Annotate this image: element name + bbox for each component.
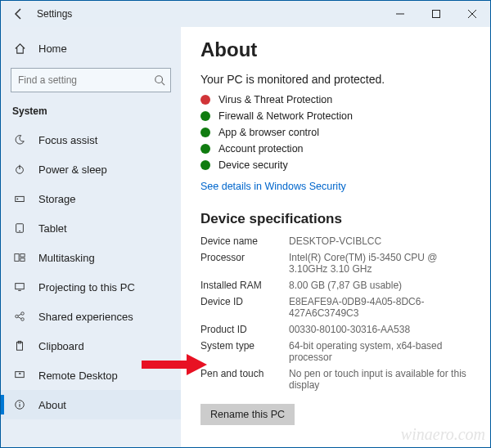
search-box[interactable] [11,68,171,92]
minimize-button[interactable] [382,1,418,27]
status-list: Virus & Threat ProtectionFirewall & Netw… [200,94,474,171]
svg-rect-14 [20,258,25,262]
status-dot-icon [200,144,210,154]
svg-point-16 [16,315,19,318]
sidebar-item-label: Shared experiences [38,311,133,323]
titlebar: Settings [1,1,490,27]
status-row: App & browser control [200,127,474,138]
sidebar-item-label: Storage [38,193,76,205]
sidebar-nav: Focus assist Power & sleep Storage Table… [1,125,181,448]
project-icon [12,281,27,293]
svg-line-19 [18,314,21,316]
close-icon [468,10,476,18]
svg-point-18 [21,318,25,321]
svg-rect-1 [433,11,440,18]
spec-value: 64-bit operating system, x64-based proce… [289,340,474,363]
spec-value: Intel(R) Core(TM) i5-3450 CPU @ 3.10GHz … [289,252,474,275]
spec-row: Device IDE8EAFE9A-0DB9-4A05-8DC6-427A6C3… [200,296,474,319]
back-button[interactable] [1,1,37,27]
home-icon [12,43,27,55]
info-icon [12,399,27,410]
sidebar-item-power-sleep[interactable]: Power & sleep [1,155,181,184]
svg-line-5 [162,83,165,86]
protection-subtitle: Your PC is monitored and protected. [200,73,474,86]
spec-row: Pen and touchNo pen or touch input is av… [200,368,474,391]
svg-rect-15 [16,284,25,289]
spec-key: Device ID [200,296,289,319]
status-dot-icon [200,160,210,170]
maximize-icon [432,10,440,18]
sidebar-item-label: Projecting to this PC [38,281,135,293]
spec-row: ProcessorIntel(R) Core(TM) i5-3450 CPU @… [200,252,474,275]
sidebar-item-projecting[interactable]: Projecting to this PC [1,272,181,302]
tablet-icon [12,222,27,234]
spec-value: 00330-80100-30316-AA538 [289,324,474,335]
sidebar-item-clipboard[interactable]: Clipboard [1,331,181,361]
spec-value: No pen or touch input is available for t… [289,368,474,391]
sidebar-item-label: Home [38,43,67,55]
spec-value: E8EAFE9A-0DB9-4A05-8DC6-427A6C3749C3 [289,296,474,319]
status-row: Virus & Threat Protection [200,94,474,105]
sidebar-item-label: About [38,399,66,411]
sidebar-item-label: Tablet [38,222,67,235]
status-dot-icon [200,128,210,137]
device-spec-table: Device nameDESKTOP-VCIBLCCProcessorIntel… [200,235,474,391]
sidebar: Home System Focus assist Power & sleep S… [1,27,181,448]
main-content: About Your PC is monitored and protected… [181,27,490,448]
spec-value: DESKTOP-VCIBLCC [289,235,474,247]
power-icon [12,164,27,175]
spec-key: Pen and touch [200,368,289,391]
spec-key: System type [200,340,289,363]
sidebar-item-remote-desktop[interactable]: Remote Desktop [1,361,181,390]
status-label: Device security [218,159,288,171]
svg-point-4 [155,76,163,83]
sidebar-item-label: Power & sleep [38,164,107,176]
sidebar-item-multitasking[interactable]: Multitasking [1,243,181,272]
search-input[interactable] [11,74,149,86]
svg-point-17 [21,312,25,316]
maximize-button[interactable] [418,1,454,27]
sidebar-group-title: System [1,99,181,125]
svg-rect-8 [16,196,25,201]
multitask-icon [12,252,27,263]
spec-key: Processor [200,252,289,275]
search-icon [149,74,170,86]
watermark: winaero.com [401,425,485,444]
status-label: Firewall & Network Protection [218,110,353,122]
clipboard-icon [12,340,27,352]
svg-line-20 [18,317,21,319]
sidebar-item-focus-assist[interactable]: Focus assist [1,125,181,155]
sidebar-item-label: Remote Desktop [38,370,118,382]
spec-row: Device nameDESKTOP-VCIBLCC [200,235,474,247]
svg-rect-13 [20,254,25,258]
minimize-icon [396,10,404,18]
device-spec-title: Device specifications [200,211,474,227]
spec-key: Product ID [200,324,289,335]
status-row: Device security [200,159,474,171]
sidebar-item-home[interactable]: Home [1,34,181,63]
spec-value: 8.00 GB (7,87 GB usable) [289,280,474,291]
spec-row: System type64-bit operating system, x64-… [200,340,474,363]
status-label: Account protection [218,143,304,155]
status-row: Firewall & Network Protection [200,110,474,122]
rename-pc-button[interactable]: Rename this PC [200,404,295,425]
sidebar-item-shared[interactable]: Shared experiences [1,302,181,331]
security-link[interactable]: See details in Windows Security [200,181,346,192]
spec-key: Installed RAM [200,280,289,291]
sidebar-item-label: Focus assist [38,134,97,146]
status-dot-icon [200,95,210,105]
spec-row: Product ID00330-80100-30316-AA538 [200,324,474,335]
sidebar-item-label: Multitasking [38,252,95,264]
svg-point-9 [17,199,19,200]
close-button[interactable] [454,1,490,27]
storage-icon [12,193,27,204]
status-label: App & browser control [218,127,319,138]
sidebar-item-storage[interactable]: Storage [1,184,181,213]
arrow-left-icon [12,7,25,20]
status-dot-icon [200,111,210,121]
sidebar-item-tablet[interactable]: Tablet [1,213,181,243]
sidebar-item-about[interactable]: About [1,390,181,419]
share-icon [12,311,27,322]
svg-rect-23 [16,372,25,378]
svg-rect-12 [15,254,19,262]
